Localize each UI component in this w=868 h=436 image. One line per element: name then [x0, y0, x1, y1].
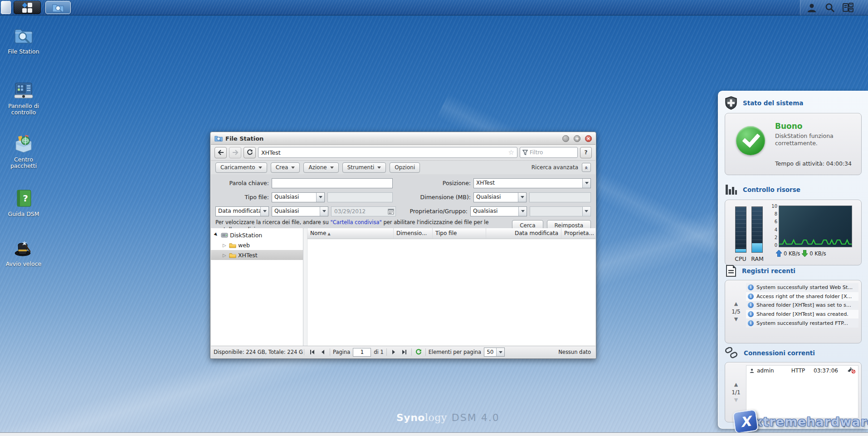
action-menu-button[interactable]: Azione: [303, 162, 338, 173]
help-button[interactable]: ?: [580, 147, 592, 158]
pilot-view-button[interactable]: [842, 2, 854, 14]
pager-down-icon[interactable]: ▼: [734, 398, 738, 402]
column-header-type[interactable]: Tipo file: [433, 228, 486, 239]
next-page-button[interactable]: [390, 348, 398, 356]
chevron-down-icon: [518, 207, 527, 216]
folder-icon: [229, 252, 236, 258]
tools-menu-button[interactable]: Strumenti: [342, 162, 386, 173]
column-header-name[interactable]: Nome▲: [307, 228, 394, 239]
advanced-search-label: Ricerca avanzata: [532, 164, 578, 171]
tree-item-web[interactable]: ▷ web: [211, 240, 303, 250]
desktop-icon-label: Pannello di controllo: [3, 103, 44, 116]
desktop-icon-package-center[interactable]: Centro pacchetti: [3, 133, 44, 170]
user-menu-button[interactable]: [806, 2, 818, 14]
size-select[interactable]: Qualsiasi: [473, 192, 527, 202]
minimize-button[interactable]: [562, 135, 569, 142]
date-picker[interactable]: 03/29/2012: [331, 206, 396, 216]
calendar-icon: [388, 208, 394, 215]
maximize-button[interactable]: +: [574, 135, 580, 142]
shield-icon: [725, 96, 737, 110]
back-button[interactable]: [215, 147, 227, 158]
advanced-search-collapse-button[interactable]: «: [582, 163, 591, 172]
info-icon: i: [748, 294, 754, 299]
desktop-icon-dsm-help[interactable]: ? Guida DSM: [3, 188, 44, 217]
window-titlebar[interactable]: File Station + ×: [211, 132, 595, 145]
tree-scrollbar[interactable]: [303, 228, 307, 346]
file-station-icon: [13, 25, 34, 46]
download-arrow-icon: [802, 250, 808, 257]
close-button[interactable]: ×: [585, 135, 592, 142]
file-station-window: File Station + ×: [210, 132, 596, 359]
widget-title: Connessioni correnti: [744, 349, 815, 357]
expanded-arrow-icon[interactable]: ▶: [214, 232, 220, 238]
column-header-owner[interactable]: Proprieta...: [561, 228, 595, 239]
desktop-icon-label: Avvio veloce: [3, 261, 44, 267]
position-select[interactable]: XHTest: [473, 178, 591, 188]
bar-chart-icon: [725, 184, 737, 196]
date-field-select[interactable]: Data modificata: [215, 206, 269, 216]
date-condition-select[interactable]: Qualsiasi: [272, 206, 328, 216]
chevron-down-icon: [316, 193, 324, 202]
first-page-button[interactable]: [308, 348, 316, 356]
dsm-help-icon: ?: [13, 188, 34, 209]
desktop-icon-control-panel[interactable]: Pannello di controllo: [3, 80, 44, 116]
page-input[interactable]: [353, 348, 371, 357]
owner-select[interactable]: Qualsiasi: [470, 206, 527, 216]
tree-item-xhtest[interactable]: ▷ XHTest: [211, 250, 303, 260]
per-page-select[interactable]: 50: [484, 348, 505, 357]
cpu-gauge: [735, 206, 746, 253]
column-header-size[interactable]: Dimensio...: [394, 228, 433, 239]
log-row: iShared folder [XHTest] was created.: [746, 310, 858, 319]
main-menu-button[interactable]: [14, 1, 41, 14]
desktop-icon-file-station[interactable]: File Station: [3, 25, 44, 55]
favorite-star-icon[interactable]: ☆: [508, 148, 514, 157]
address-input[interactable]: [261, 149, 508, 156]
last-page-button[interactable]: [400, 348, 409, 356]
global-search-button[interactable]: [824, 2, 836, 14]
prev-page-button[interactable]: [319, 348, 327, 356]
no-data-text: Nessun dato: [558, 349, 595, 355]
pager-down-icon[interactable]: ▼: [734, 318, 738, 321]
collapsed-arrow-icon[interactable]: ▷: [223, 253, 227, 258]
list-body[interactable]: [307, 239, 595, 346]
collapsed-arrow-icon[interactable]: ▷: [223, 243, 227, 248]
filter-box[interactable]: [520, 147, 578, 158]
diskstation-icon: [221, 232, 228, 238]
resource-monitor-card: CPU RAM 10 8 6 4 2 0: [725, 200, 862, 265]
tree-item-label: DiskStation: [230, 232, 262, 239]
refresh-button[interactable]: [244, 147, 256, 158]
first-page-icon: [310, 350, 315, 354]
position-label: Posizione:: [408, 180, 471, 186]
log-list: iSystem successfully started Web St... i…: [746, 283, 858, 328]
tree-item-diskstation[interactable]: ▶ DiskStation: [211, 230, 303, 240]
disconnect-button[interactable]: [847, 367, 855, 375]
prev-page-icon: [321, 350, 325, 354]
forward-button[interactable]: [229, 147, 241, 158]
address-bar[interactable]: ☆: [258, 147, 517, 158]
filter-input[interactable]: [530, 149, 575, 156]
widget-title: Controllo risorse: [743, 186, 800, 193]
info-icon: i: [748, 302, 754, 308]
health-status: Buono: [775, 122, 803, 131]
filetype-select[interactable]: Qualsiasi: [272, 192, 325, 202]
brand-text: Syno: [396, 412, 425, 423]
keyword-input[interactable]: [272, 178, 393, 188]
double-chevron-up-icon: «: [583, 166, 590, 169]
column-header-modified[interactable]: Data modificata: [486, 228, 561, 239]
create-menu-button[interactable]: Crea: [271, 162, 300, 173]
brand-text: logy: [425, 412, 447, 423]
desktop-icon-quick-start[interactable]: Avvio veloce: [3, 238, 44, 267]
pager-up-icon[interactable]: ▲: [734, 383, 738, 387]
app-grid-icon: [21, 2, 33, 14]
taskbar-file-station-button[interactable]: [45, 1, 71, 14]
upload-menu-button[interactable]: Caricamento: [215, 162, 267, 173]
page-label: Pagina: [333, 349, 350, 355]
log-row: iShared folder [XHTest] was set to s...: [746, 301, 858, 310]
ram-gauge: [751, 206, 763, 253]
shared-folder-link[interactable]: "Cartella condivisa": [331, 219, 382, 225]
list-refresh-button[interactable]: [414, 348, 423, 356]
pager-up-icon[interactable]: ▲: [734, 302, 738, 306]
chevron-down-icon: [582, 179, 590, 188]
options-button[interactable]: Opzioni: [390, 162, 420, 173]
show-desktop-button[interactable]: [1, 1, 11, 14]
